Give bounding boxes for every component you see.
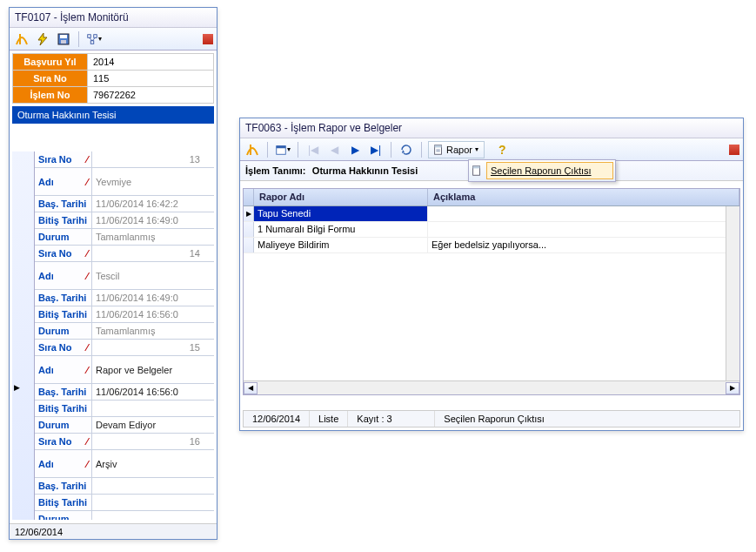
label-islem-no: İşlem No bbox=[13, 87, 88, 104]
svg-rect-3 bbox=[60, 35, 67, 38]
row-value: Tescil bbox=[92, 262, 214, 289]
app-icon-right[interactable] bbox=[244, 141, 261, 158]
rapor-dropdown-button[interactable]: Rapor ▾ bbox=[428, 141, 485, 158]
row-value: 15 bbox=[92, 340, 214, 355]
toolbar-left: ▾ bbox=[10, 28, 217, 50]
row-label: Durum bbox=[35, 417, 92, 433]
cell-rapor-adi: Maliyeye Bildirim bbox=[254, 238, 428, 252]
grid-row[interactable]: Durum bbox=[35, 511, 214, 520]
bolt-icon[interactable] bbox=[34, 30, 51, 48]
help-icon[interactable]: ? bbox=[498, 143, 506, 157]
report-row[interactable]: Maliyeye BildirimEğer bedelsiz yapılıyor… bbox=[244, 238, 739, 253]
row-indicator-icon bbox=[244, 238, 254, 252]
window-title-right: TF0063 - İşlem Rapor ve Belgeler bbox=[240, 118, 743, 138]
svg-marker-1 bbox=[38, 33, 47, 45]
scroll-left-icon[interactable]: ◀ bbox=[244, 382, 258, 394]
grid-header-gutter bbox=[244, 189, 254, 205]
row-value: Rapor ve Belgeler bbox=[92, 356, 214, 383]
save-icon[interactable] bbox=[55, 30, 72, 48]
calendar-icon[interactable]: ▾ bbox=[274, 141, 291, 158]
grid-row[interactable]: Sıra No⁄13 bbox=[35, 151, 214, 168]
grid-row[interactable]: Bitiş Tarihi11/06/2014 16:49:0 bbox=[35, 212, 214, 229]
printer-icon bbox=[471, 165, 483, 177]
window-islem-monitoru: TF0107 - İşlem Monitörü ▾ Başvuru Yıl201… bbox=[9, 7, 217, 540]
status-date: 12/06/2014 bbox=[244, 411, 310, 427]
row-label: Sıra No⁄ bbox=[35, 434, 92, 449]
close-marker-icon[interactable] bbox=[203, 34, 213, 44]
nav-first-icon[interactable]: |◀ bbox=[304, 141, 322, 158]
refresh-icon[interactable] bbox=[398, 141, 415, 158]
horizontal-scrollbar[interactable]: ◀ ▶ bbox=[244, 380, 739, 394]
vertical-scrollbar[interactable] bbox=[726, 206, 739, 380]
tree-icon[interactable]: ▾ bbox=[85, 30, 103, 48]
row-label: Baş. Tarihi bbox=[35, 384, 92, 400]
grid-row[interactable]: Adı⁄Tescil bbox=[35, 262, 214, 290]
sep bbox=[421, 142, 422, 158]
row-label: Baş. Tarihi bbox=[35, 196, 92, 212]
col-rapor-adi[interactable]: Rapor Adı bbox=[254, 189, 428, 205]
window-title-left: TF0107 - İşlem Monitörü bbox=[10, 8, 217, 28]
rapor-button-label: Rapor bbox=[446, 145, 472, 155]
islem-tanimi-label: İşlem Tanımı: bbox=[245, 165, 305, 176]
grid-row[interactable]: DurumDevam Ediyor bbox=[35, 417, 214, 434]
grid-body: ▶Tapu Senedi1 Numaralı Bilgi FormuMaliye… bbox=[244, 206, 739, 253]
app-icon[interactable] bbox=[13, 30, 30, 48]
row-label: Baş. Tarihi bbox=[35, 478, 92, 494]
status-date-left: 12/06/2014 bbox=[15, 527, 63, 537]
grid-row[interactable]: Adı⁄Yevmiye bbox=[35, 168, 214, 196]
svg-rect-5 bbox=[88, 34, 91, 37]
row-label: Sıra No⁄ bbox=[35, 151, 92, 167]
nav-next-icon[interactable]: ▶ bbox=[346, 141, 364, 158]
toolbar-right: ▾ |◀ ◀ ▶ ▶| Rapor ▾ ? Seçilen Raporun Çı… bbox=[240, 138, 743, 161]
row-label: Bitiş Tarihi bbox=[35, 401, 92, 416]
nav-prev-icon[interactable]: ◀ bbox=[325, 141, 343, 158]
row-label: Durum bbox=[35, 323, 92, 339]
row-value: 14 bbox=[92, 246, 214, 261]
menu-item-secilen-raporun-ciktisi[interactable]: Seçilen Raporun Çıktısı bbox=[486, 162, 613, 179]
grid-row[interactable]: Baş. Tarihi11/06/2014 16:42:2 bbox=[35, 196, 214, 212]
svg-rect-21 bbox=[473, 166, 480, 169]
grid-row[interactable]: Bitiş Tarihi bbox=[35, 495, 214, 511]
header-fields: Başvuru Yıl2014 Sıra No115 İşlem No79672… bbox=[12, 53, 214, 104]
current-row-marker-icon: ▶ bbox=[14, 383, 20, 392]
grid-row[interactable]: Sıra No⁄15 bbox=[35, 340, 214, 356]
grid-row[interactable]: Sıra No⁄16 bbox=[35, 434, 214, 450]
value-islem-no: 79672262 bbox=[88, 87, 214, 104]
scroll-track[interactable] bbox=[258, 382, 726, 394]
close-marker-icon-right[interactable] bbox=[729, 145, 739, 155]
grid-row[interactable]: Adı⁄Rapor ve Belgeler bbox=[35, 356, 214, 384]
grid-row[interactable]: DurumTamamlanmış bbox=[35, 229, 214, 246]
row-value: Tamamlanmış bbox=[92, 229, 214, 245]
window-rapor-belgeler: TF0063 - İşlem Rapor ve Belgeler ▾ |◀ ◀ … bbox=[239, 118, 744, 431]
row-value: 11/06/2014 16:56:0 bbox=[92, 384, 214, 400]
row-label: Sıra No⁄ bbox=[35, 246, 92, 261]
report-row[interactable]: ▶Tapu Senedi bbox=[244, 206, 739, 222]
grid-row[interactable]: Baş. Tarihi11/06/2014 16:49:0 bbox=[35, 290, 214, 306]
svg-rect-4 bbox=[61, 40, 66, 44]
row-value: 16 bbox=[92, 434, 214, 449]
grid-row[interactable]: Bitiş Tarihi11/06/2014 16:56:0 bbox=[35, 306, 214, 323]
row-value bbox=[92, 478, 214, 494]
grid-row[interactable]: Sıra No⁄14 bbox=[35, 246, 214, 262]
row-value bbox=[92, 401, 214, 416]
row-indicator-icon: ▶ bbox=[244, 206, 254, 221]
status-action: Seçilen Raporun Çıktısı bbox=[435, 411, 739, 427]
report-row[interactable]: 1 Numaralı Bilgi Formu bbox=[244, 222, 739, 238]
grid-row[interactable]: Baş. Tarihi bbox=[35, 478, 214, 495]
row-value: 11/06/2014 16:49:0 bbox=[92, 290, 214, 306]
rapor-dropdown-menu: Seçilen Raporun Çıktısı bbox=[468, 159, 616, 182]
value-basvuru-yil: 2014 bbox=[88, 54, 214, 71]
grid-row[interactable]: DurumTamamlanmış bbox=[35, 323, 214, 340]
row-label: Durum bbox=[35, 511, 92, 520]
scroll-right-icon[interactable]: ▶ bbox=[726, 382, 739, 394]
grid-row[interactable]: Baş. Tarihi11/06/2014 16:56:0 bbox=[35, 384, 214, 401]
row-label: Durum bbox=[35, 229, 92, 245]
cell-aciklama bbox=[428, 206, 739, 221]
row-label: Bitiş Tarihi bbox=[35, 306, 92, 322]
grid-row[interactable]: Bitiş Tarihi bbox=[35, 401, 214, 417]
current-islem-bar: Oturma Hakkının Tesisi bbox=[12, 106, 214, 124]
nav-last-icon[interactable]: ▶| bbox=[367, 141, 385, 158]
grid-row[interactable]: Adı⁄Arşiv bbox=[35, 450, 214, 478]
row-value: 11/06/2014 16:49:0 bbox=[92, 212, 214, 228]
col-aciklama[interactable]: Açıklama bbox=[428, 189, 739, 205]
